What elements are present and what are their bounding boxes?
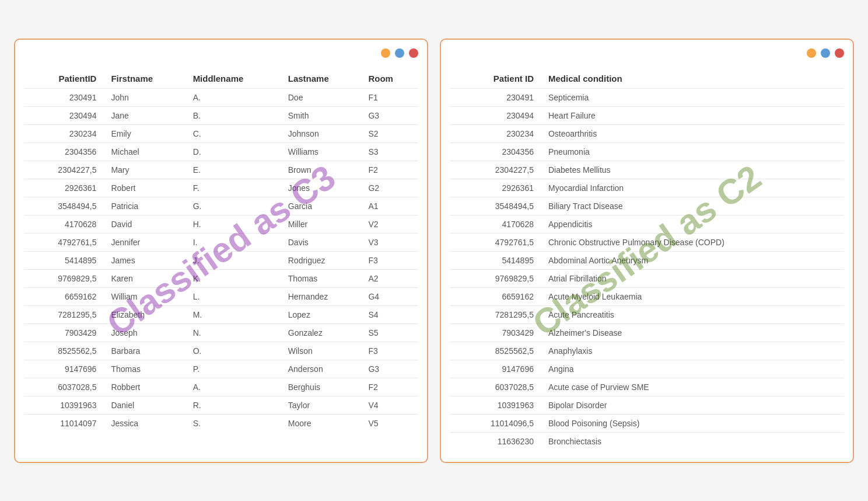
table-cell: 230491: [24, 88, 105, 106]
table-cell: Williams: [282, 142, 363, 161]
table-cell: Alzheimer's Disease: [542, 323, 844, 342]
table-cell: I.: [187, 233, 282, 251]
table-cell: 10391963: [24, 396, 105, 414]
table-cell: A1: [362, 197, 418, 215]
table-cell: R.: [187, 396, 282, 414]
table-cell: V4: [362, 396, 418, 414]
table-cell: G3: [362, 360, 418, 378]
table-cell: Robert: [105, 179, 187, 197]
table-row: 230494JaneB.SmithG3: [24, 106, 418, 124]
table-cell: Doe: [282, 88, 363, 106]
table-cell: V5: [362, 414, 418, 432]
left-table-body: 230491JohnA.DoeF1230494JaneB.SmithG32302…: [24, 88, 418, 432]
table-cell: 2304356: [24, 142, 105, 161]
table-cell: Blood Poisoning (Sepsis): [542, 414, 844, 432]
table-cell: 11014097: [24, 414, 105, 432]
table-cell: Wilson: [282, 342, 363, 360]
table-row: 230491Septicemia: [450, 88, 844, 106]
table-row: 4792761,5JenniferI.DavisV3: [24, 233, 418, 251]
table-cell: F3: [362, 251, 418, 269]
table-cell: 5414895: [450, 251, 542, 269]
table-cell: L.: [187, 287, 282, 305]
table-cell: Barbara: [105, 342, 187, 360]
page-container: Classified as C3 PatientID Firstname Mid…: [14, 39, 854, 463]
table-cell: Bronchiectasis: [542, 432, 844, 450]
left-dot-red: [409, 48, 418, 58]
table-cell: 5414895: [24, 251, 105, 269]
table-cell: 9147696: [450, 360, 542, 378]
col-lastname: Lastname: [282, 69, 363, 89]
table-cell: Smith: [282, 106, 363, 124]
table-row: 9769829,5KarenK.ThomasA2: [24, 269, 418, 287]
table-cell: Diabetes Mellitus: [542, 161, 844, 179]
table-cell: M.: [187, 305, 282, 323]
table-row: 230234Osteoarthritis: [450, 124, 844, 142]
right-dot-blue: [821, 48, 830, 58]
table-cell: H.: [187, 215, 282, 233]
table-cell: 11014096,5: [450, 414, 542, 432]
right-table-body: 230491Septicemia230494Heart Failure23023…: [450, 88, 844, 450]
table-cell: 6037028,5: [450, 378, 542, 396]
table-cell: Jessica: [105, 414, 187, 432]
table-cell: F2: [362, 161, 418, 179]
table-cell: Anderson: [282, 360, 363, 378]
left-table-header: PatientID Firstname Middlename Lastname …: [24, 69, 418, 89]
table-row: 5414895JamesJ.RodriguezF3: [24, 251, 418, 269]
table-cell: Abdominal Aortic Aneurysm: [542, 251, 844, 269]
table-cell: O.: [187, 342, 282, 360]
table-cell: 4170628: [24, 215, 105, 233]
table-cell: Jones: [282, 179, 363, 197]
table-cell: 4170628: [450, 215, 542, 233]
table-cell: 6037028,5: [24, 378, 105, 396]
table-cell: S4: [362, 305, 418, 323]
left-panel-controls: [381, 48, 418, 58]
table-row: 7903429Alzheimer's Disease: [450, 323, 844, 342]
table-cell: F.: [187, 179, 282, 197]
table-cell: 11636230: [450, 432, 542, 450]
table-cell: Brown: [282, 161, 363, 179]
table-cell: Moore: [282, 414, 363, 432]
table-row: 2304227,5Diabetes Mellitus: [450, 161, 844, 179]
table-cell: C.: [187, 124, 282, 142]
table-cell: 3548494,5: [450, 197, 542, 215]
table-cell: Mary: [105, 161, 187, 179]
table-cell: 2304227,5: [450, 161, 542, 179]
left-dot-orange: [381, 48, 390, 58]
table-cell: 3548494,5: [24, 197, 105, 215]
table-cell: Hernandez: [282, 287, 363, 305]
table-cell: 2304227,5: [24, 161, 105, 179]
table-row: 11014097JessicaS.MooreV5: [24, 414, 418, 432]
table-cell: William: [105, 287, 187, 305]
table-cell: 7903429: [24, 323, 105, 342]
table-cell: V3: [362, 233, 418, 251]
left-dot-blue: [395, 48, 404, 58]
table-row: 6037028,5RobbertA.BerghuisF2: [24, 378, 418, 396]
table-cell: 9769829,5: [450, 269, 542, 287]
table-row: 7281295,5Acute Pancreatitis: [450, 305, 844, 323]
table-cell: Joseph: [105, 323, 187, 342]
col-patient-id-right: Patient ID: [450, 69, 542, 89]
table-row: 4170628Appendicitis: [450, 215, 844, 233]
col-medical-condition: Medical condition: [542, 69, 844, 89]
table-cell: 6659162: [450, 287, 542, 305]
right-dot-red: [835, 48, 844, 58]
table-cell: F3: [362, 342, 418, 360]
table-row: 3548494,5PatriciaG.GarciaA1: [24, 197, 418, 215]
right-table-header: Patient ID Medical condition: [450, 69, 844, 89]
table-cell: 9147696: [24, 360, 105, 378]
table-cell: Heart Failure: [542, 106, 844, 124]
table-row: 9147696ThomasP.AndersonG3: [24, 360, 418, 378]
table-cell: 4792761,5: [450, 233, 542, 251]
table-row: 2926361Myocardial Infarction: [450, 179, 844, 197]
table-cell: Lopez: [282, 305, 363, 323]
table-row: 10391963DanielR.TaylorV4: [24, 396, 418, 414]
table-cell: Garcia: [282, 197, 363, 215]
table-cell: Elizabeth: [105, 305, 187, 323]
table-cell: K.: [187, 269, 282, 287]
table-cell: Robbert: [105, 378, 187, 396]
table-cell: 10391963: [450, 396, 542, 414]
table-cell: G3: [362, 106, 418, 124]
table-cell: S3: [362, 142, 418, 161]
table-row: 6659162WilliamL.HernandezG4: [24, 287, 418, 305]
table-cell: Pneumonia: [542, 142, 844, 161]
